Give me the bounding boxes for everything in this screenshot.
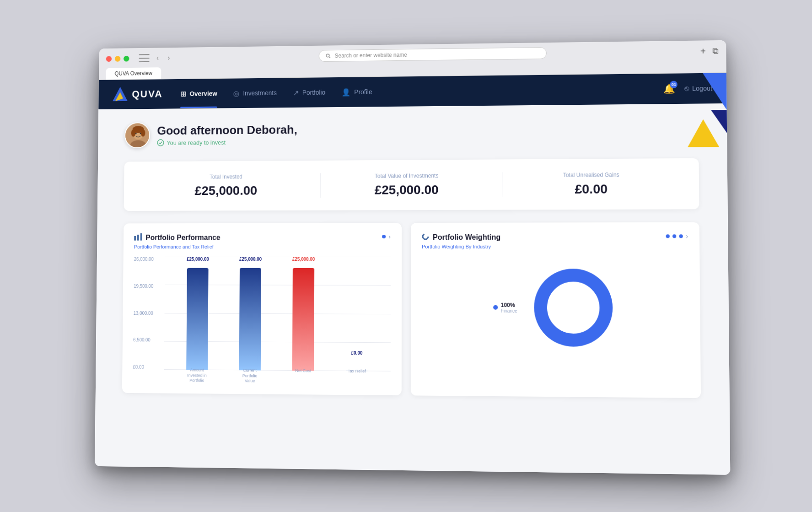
legend-item-0: 100% Finance: [493, 302, 517, 313]
address-bar[interactable]: Search or enter website name: [319, 47, 547, 62]
x-label-2: Net Cost: [283, 368, 323, 385]
browser-actions: + ⧉: [700, 46, 718, 57]
x-label-3: Tax Relief: [336, 369, 376, 385]
avatar-image: [125, 123, 150, 148]
nav-item-profile[interactable]: 👤 Profile: [341, 78, 372, 107]
avatar: [124, 122, 150, 148]
stats-row: Total Invested £25,000.00 Total Value of…: [124, 158, 699, 211]
portfolio-performance-card: Portfolio Performance › Portfolio Perfor…: [122, 223, 401, 395]
svg-point-0: [326, 54, 329, 57]
chart-title-weighting: Portfolio Weighting: [433, 233, 500, 242]
bar-group-1: £25,000.00: [230, 257, 270, 371]
portfolio-weighting-card: Portfolio Weighting › Portfolio Weightin…: [410, 222, 700, 398]
chart-header-weighting: Portfolio Weighting ›: [422, 232, 688, 242]
legend-label-0: 100%: [500, 302, 517, 308]
nav-items: ⊞ Overview ◎ Investments ↗ Portfolio 👤 P…: [180, 74, 663, 108]
add-tab-button[interactable]: +: [700, 46, 705, 56]
bar-group-2: £25,000.00: [283, 257, 323, 371]
investments-icon: ◎: [233, 89, 239, 97]
check-icon: [157, 139, 164, 146]
y-label-3: 6,500.00: [133, 338, 153, 343]
svg-rect-17: [137, 235, 139, 241]
search-icon: [325, 53, 331, 59]
stat-label-0: Total Invested: [141, 173, 311, 181]
maximize-button[interactable]: [123, 55, 129, 61]
stat-value-1: £25,000.00: [320, 183, 493, 198]
minimize-button[interactable]: [114, 56, 120, 62]
donut-legend: 100% Finance: [493, 302, 517, 313]
stat-card-value: Total Value of Investments £25,000.00: [320, 172, 493, 198]
chart-next-arrow[interactable]: ›: [388, 233, 391, 240]
chart-header-performance: Portfolio Performance ›: [134, 233, 391, 242]
back-button[interactable]: ‹: [154, 53, 161, 63]
nav-right: 🔔 01 ⎋ Logout: [663, 83, 712, 94]
welcome-section: Good afternoon Deborah, You are ready to…: [124, 118, 698, 148]
browser-tab[interactable]: QUVA Overview: [106, 67, 161, 80]
portfolio-icon: ↗: [293, 88, 299, 97]
logo-icon: [112, 86, 129, 103]
nav-item-portfolio-label: Portfolio: [302, 89, 325, 96]
bar-chart-icon: [134, 233, 142, 243]
sidebar-toggle-button[interactable]: [139, 54, 149, 62]
donut-chart: [531, 266, 615, 350]
ready-status: You are ready to invest: [157, 138, 297, 146]
notification-badge: 01: [670, 81, 678, 88]
bar-2: [292, 268, 314, 371]
y-label-4: £0.00: [133, 365, 152, 370]
chart-title-area-weighting: Portfolio Weighting: [422, 233, 500, 242]
chart-subtitle-weighting: Portfolio Weighting By Industry: [422, 244, 688, 249]
legend-sub-0: Finance: [500, 308, 517, 313]
bar-chart-area: 26,000.00 19,500.00 13,000.00 6,500.00 £…: [133, 257, 391, 385]
stat-value-0: £25,000.00: [141, 183, 311, 198]
notification-button[interactable]: 🔔 01: [663, 83, 675, 94]
nav-item-overview[interactable]: ⊞ Overview: [180, 79, 217, 108]
svg-point-15: [157, 140, 164, 146]
chart-subtitle-performance: Portfolio Performance and Tax Relief: [134, 244, 390, 249]
bar-group-0: £25,000.00: [177, 257, 217, 370]
bar-label-1: £25,000.00: [239, 257, 262, 262]
nav-item-profile-label: Profile: [354, 88, 372, 96]
charts-row: Portfolio Performance › Portfolio Perfor…: [122, 222, 700, 398]
chart-controls-weighting: ›: [666, 232, 688, 240]
greeting-text: Good afternoon Deborah,: [157, 123, 297, 138]
app-content: QUVA ⊞ Overview ◎ Investments ↗ Portfoli…: [95, 73, 730, 474]
y-label-0: 26,000.00: [134, 257, 153, 262]
forward-button[interactable]: ›: [165, 53, 172, 63]
bar-0: [186, 268, 208, 370]
chart-title-area-performance: Portfolio Performance: [134, 233, 220, 243]
stat-card-gains: Total Unrealised Gains £0.00: [502, 171, 680, 197]
logout-button[interactable]: ⎋ Logout: [684, 84, 712, 93]
dot-w-2[interactable]: [672, 234, 676, 238]
stat-label-2: Total Unrealised Gains: [503, 171, 680, 178]
profile-icon: 👤: [341, 88, 350, 97]
chart-weighting-next-arrow[interactable]: ›: [686, 232, 688, 240]
bars-container: £25,000.00 £25,000.00 £25,000.00: [164, 257, 391, 372]
close-button[interactable]: [106, 56, 112, 62]
overview-icon: ⊞: [180, 90, 186, 98]
stat-label-1: Total Value of Investments: [320, 172, 493, 180]
chart-controls-performance: ›: [382, 233, 391, 240]
legend-text: 100% Finance: [500, 302, 517, 313]
bar-label-3: £0.00: [351, 350, 362, 356]
logo-area: QUVA: [112, 86, 163, 103]
browser-nav: ‹ ›: [154, 53, 172, 63]
copy-button[interactable]: ⧉: [712, 46, 719, 56]
window-controls: [106, 55, 129, 61]
nav-item-investments[interactable]: ◎ Investments: [233, 79, 276, 108]
x-label-0: AmountInvested inPortfolio: [177, 367, 216, 384]
bar-group-3: £0.00: [337, 257, 377, 371]
legend-dot-0: [493, 305, 498, 310]
y-axis-labels: 26,000.00 19,500.00 13,000.00 6,500.00 £…: [133, 257, 153, 370]
nav-item-portfolio[interactable]: ↗ Portfolio: [293, 78, 325, 107]
dot-w-3[interactable]: [679, 234, 683, 238]
browser-window: ‹ › Search or enter website name + ⧉ QUV…: [95, 40, 730, 475]
dot-w-1[interactable]: [666, 234, 669, 238]
donut-chart-icon: [422, 233, 429, 242]
nav-item-investments-label: Investments: [243, 89, 277, 97]
svg-point-19: [423, 234, 428, 239]
svg-point-21: [540, 275, 606, 340]
dot-active[interactable]: [382, 235, 386, 238]
bar-label-2: £25,000.00: [292, 257, 314, 262]
chart-title-performance: Portfolio Performance: [145, 234, 220, 242]
y-label-1: 19,500.00: [134, 284, 153, 289]
